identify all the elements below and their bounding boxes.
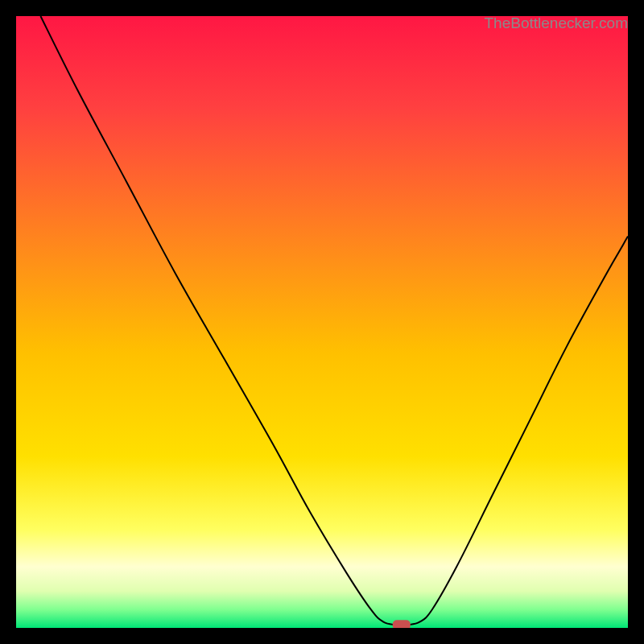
optimal-point-marker (393, 620, 411, 628)
watermark-text: TheBottlenecker.com (485, 14, 628, 32)
chart-background (16, 16, 628, 628)
chart-plot (16, 16, 628, 628)
chart-container: TheBottlenecker.com (16, 16, 628, 628)
